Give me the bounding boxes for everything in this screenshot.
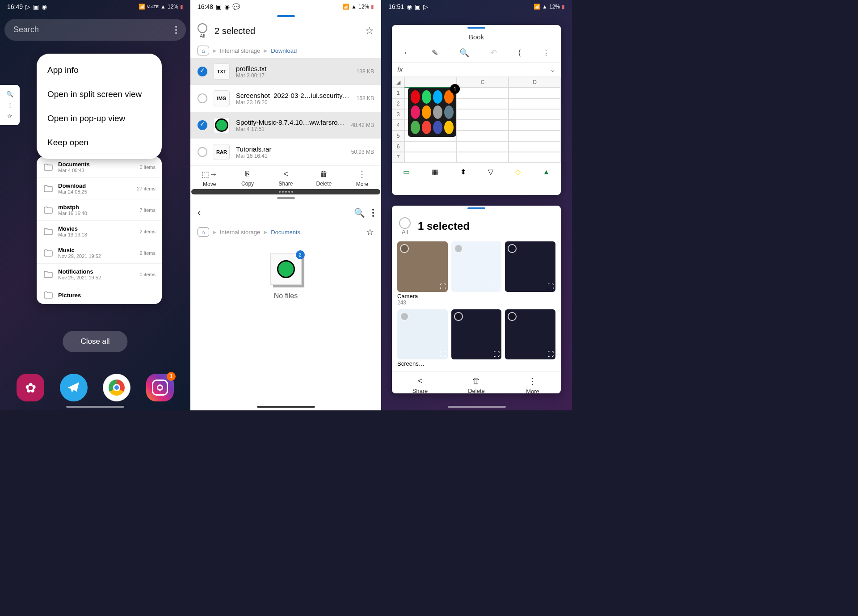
search-icon[interactable]: 🔍 xyxy=(459,48,469,58)
drag-handle[interactable] xyxy=(467,207,485,209)
filter-icon[interactable]: ▽ xyxy=(488,168,493,176)
folder-row[interactable]: mbstphMar 16 16:40 7 items xyxy=(37,199,162,221)
expand-icon[interactable]: ⛶ xyxy=(440,350,446,358)
folder-row[interactable]: DocumentsMar 4 00:43 0 items xyxy=(37,156,162,178)
dock-telegram[interactable] xyxy=(60,374,88,401)
spreadsheet-grid[interactable]: ◢ C D 1 2 3 4 5 6 7 1 xyxy=(392,77,561,163)
nav-handle[interactable] xyxy=(66,406,124,408)
gallery-item[interactable]: ⛶ xyxy=(397,309,448,360)
search-field[interactable]: Search xyxy=(4,19,186,41)
menu-app-info[interactable]: App info xyxy=(37,58,162,82)
more-icon[interactable]: ⋮ xyxy=(7,101,13,108)
highlight-icon[interactable]: ◇ xyxy=(515,168,521,176)
cell[interactable] xyxy=(457,88,509,98)
share-button[interactable]: <Share xyxy=(392,376,448,393)
back-icon[interactable]: ← xyxy=(403,48,411,58)
select-circle[interactable] xyxy=(508,244,517,253)
cell[interactable] xyxy=(509,88,561,98)
expand-icon[interactable]: ⛶ xyxy=(547,350,554,358)
drag-handle[interactable] xyxy=(277,15,295,17)
cell[interactable] xyxy=(457,152,509,163)
file-row[interactable]: IMG Screenshot_2022-03-2…iui.securitycen… xyxy=(190,85,381,112)
drag-handle[interactable] xyxy=(277,197,295,199)
dock-gallery[interactable]: ✿ xyxy=(17,374,44,401)
cell[interactable] xyxy=(509,141,561,152)
checkbox[interactable] xyxy=(198,67,207,76)
col-header[interactable] xyxy=(404,77,457,88)
col-header[interactable]: C xyxy=(457,77,509,88)
sheet-icon[interactable]: ▭ xyxy=(403,168,410,176)
home-icon[interactable]: ⌂ xyxy=(198,227,209,237)
home-icon[interactable]: ⌂ xyxy=(198,46,209,55)
expand-icon[interactable]: ⛶ xyxy=(493,283,500,290)
folder-row[interactable]: MoviesMar 13 13:13 2 items xyxy=(37,221,162,242)
more-button[interactable]: ⋮More xyxy=(343,169,381,187)
chevron-up-icon[interactable]: ▲ xyxy=(543,168,550,176)
menu-split-screen[interactable]: Open in split screen view xyxy=(37,82,162,106)
cell[interactable] xyxy=(509,120,561,131)
search-icon[interactable]: 🔍 xyxy=(6,91,13,97)
close-all-button[interactable]: Close all xyxy=(63,331,127,352)
breadcrumb-internal[interactable]: Internal storage xyxy=(220,229,260,236)
dragged-file-icon[interactable]: 2 xyxy=(270,253,302,285)
dock-chrome[interactable] xyxy=(103,374,130,401)
gallery-item[interactable]: ⛶ xyxy=(505,309,555,360)
menu-keep-open[interactable]: Keep open xyxy=(37,131,162,155)
gallery-item[interactable]: ⛶ xyxy=(451,309,502,360)
select-circle[interactable] xyxy=(454,244,463,253)
select-circle[interactable] xyxy=(400,312,409,321)
cell[interactable] xyxy=(457,98,509,109)
drag-handle[interactable] xyxy=(467,27,485,29)
table-icon[interactable]: ▦ xyxy=(432,168,438,176)
nav-handle[interactable] xyxy=(448,406,506,408)
checkbox[interactable] xyxy=(198,147,207,157)
more-icon[interactable]: ⋮ xyxy=(542,48,550,58)
favorite-icon[interactable]: ☆ xyxy=(366,227,374,237)
folder-row[interactable]: Pictures xyxy=(37,285,162,304)
folder-row[interactable]: DownloadMar 24 08:25 27 items xyxy=(37,178,162,199)
breadcrumb-internal[interactable]: Internal storage xyxy=(220,47,260,54)
dock-instagram[interactable]: 1 xyxy=(146,374,174,401)
cell[interactable] xyxy=(457,120,509,131)
sort-icon[interactable]: ⬍ xyxy=(460,168,466,176)
nav-handle[interactable] xyxy=(257,406,315,408)
gallery-item[interactable]: ⛶ xyxy=(505,241,555,292)
menu-popup-view[interactable]: Open in pop-up view xyxy=(37,106,162,131)
gallery-item[interactable]: ⛶ xyxy=(451,241,502,292)
row-header[interactable]: 1 xyxy=(392,88,404,98)
select-circle[interactable] xyxy=(400,244,409,253)
spreadsheet-popup[interactable]: Book ← ✎ 🔍 ↶ ⟨ ⋮ fx ⌄ ◢ C D 1 2 3 xyxy=(392,25,561,195)
checkbox[interactable] xyxy=(198,93,207,103)
cell[interactable] xyxy=(457,131,509,141)
breadcrumb[interactable]: ⌂ ▶ Internal storage ▶ Download xyxy=(190,43,381,58)
more-icon[interactable] xyxy=(372,209,374,217)
breadcrumb[interactable]: ⌂ ▶ Internal storage ▶ Documents ☆ xyxy=(190,224,381,240)
folder-row[interactable]: NotificationsNov 29, 2021 19:52 0 items xyxy=(37,264,162,285)
col-header[interactable]: D xyxy=(509,77,561,88)
move-button[interactable]: ⬚→Move xyxy=(190,169,228,187)
cell[interactable] xyxy=(509,109,561,120)
cell[interactable] xyxy=(457,109,509,120)
more-icon[interactable] xyxy=(175,26,177,34)
cell[interactable] xyxy=(509,152,561,163)
cell[interactable] xyxy=(509,98,561,109)
row-header[interactable]: 7 xyxy=(392,152,404,163)
select-all-checkbox[interactable] xyxy=(399,217,411,229)
expand-icon[interactable]: ⛶ xyxy=(440,283,446,290)
folder-row[interactable]: MusicNov 29, 2021 19:52 2 items xyxy=(37,242,162,264)
floating-app-grid[interactable]: 1 xyxy=(408,88,456,137)
row-header[interactable]: 3 xyxy=(392,109,404,120)
file-row[interactable]: TXT profiles.txtMar 3 00:17 138 KB xyxy=(190,58,381,85)
undo-icon[interactable]: ↶ xyxy=(490,48,497,58)
cell[interactable] xyxy=(404,152,457,163)
side-tab[interactable]: 🔍 ⋮ ☆ xyxy=(0,85,20,125)
checkbox[interactable] xyxy=(198,120,207,130)
star-icon[interactable]: ☆ xyxy=(7,113,13,119)
favorite-icon[interactable]: ☆ xyxy=(365,25,374,37)
gallery-popup[interactable]: All 1 selected ⛶ Camera 243 ⛶ ⛶ ⛶ Screen… xyxy=(392,206,561,393)
select-all-checkbox[interactable] xyxy=(198,23,207,33)
chevron-down-icon[interactable]: ⌄ xyxy=(550,65,555,74)
more-button[interactable]: ⋮More xyxy=(505,376,561,393)
search-icon[interactable]: 🔍 xyxy=(354,207,365,218)
copy-button[interactable]: ⎘Copy xyxy=(228,169,266,187)
